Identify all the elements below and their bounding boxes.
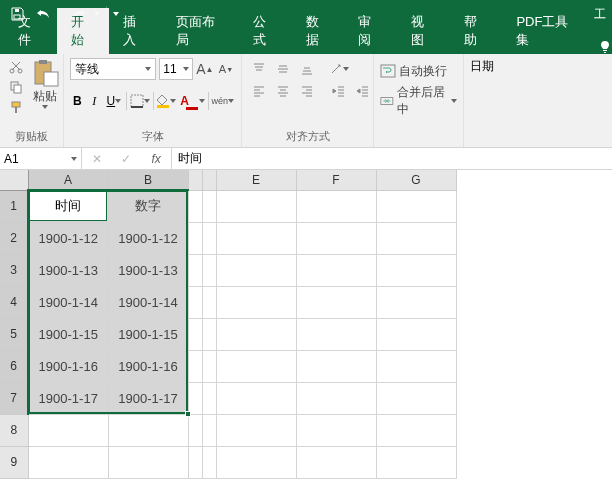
cell[interactable] bbox=[108, 414, 188, 446]
cell[interactable]: 时间 bbox=[28, 190, 108, 222]
cell[interactable] bbox=[376, 318, 456, 350]
cell[interactable] bbox=[376, 446, 456, 478]
align-left-button[interactable] bbox=[248, 80, 270, 102]
cell[interactable] bbox=[202, 254, 216, 286]
col-header[interactable] bbox=[188, 170, 202, 190]
format-painter-button[interactable] bbox=[6, 98, 26, 116]
cell[interactable] bbox=[296, 190, 376, 222]
cell[interactable]: 1900-1-15 bbox=[108, 318, 188, 350]
cut-button[interactable] bbox=[6, 58, 26, 76]
cell[interactable] bbox=[376, 382, 456, 414]
cell[interactable] bbox=[376, 414, 456, 446]
col-header[interactable]: F bbox=[296, 170, 376, 190]
cell[interactable] bbox=[296, 446, 376, 478]
cell[interactable] bbox=[188, 350, 202, 382]
align-middle-button[interactable] bbox=[272, 58, 294, 80]
cell[interactable]: 1900-1-16 bbox=[108, 350, 188, 382]
cell[interactable]: 1900-1-13 bbox=[28, 254, 108, 286]
cell[interactable]: 1900-1-12 bbox=[28, 222, 108, 254]
row-header[interactable]: 6 bbox=[0, 350, 28, 382]
cell[interactable] bbox=[188, 190, 202, 222]
tab-formulas[interactable]: 公式 bbox=[239, 8, 292, 54]
cell[interactable] bbox=[376, 222, 456, 254]
col-header[interactable]: A bbox=[28, 170, 108, 190]
cell[interactable] bbox=[296, 414, 376, 446]
paste-button[interactable]: 粘贴 bbox=[30, 58, 60, 129]
cell[interactable]: 数字 bbox=[108, 190, 188, 222]
number-format-select[interactable]: 日期 bbox=[470, 58, 514, 75]
tab-review[interactable]: 审阅 bbox=[344, 8, 397, 54]
col-header[interactable] bbox=[202, 170, 216, 190]
cell[interactable] bbox=[28, 414, 108, 446]
row-header[interactable]: 5 bbox=[0, 318, 28, 350]
fx-button[interactable]: fx bbox=[146, 152, 166, 166]
redo-button[interactable] bbox=[68, 3, 90, 25]
cell[interactable] bbox=[216, 222, 296, 254]
row-header[interactable]: 7 bbox=[0, 382, 28, 414]
cell[interactable]: 1900-1-14 bbox=[108, 286, 188, 318]
font-name-select[interactable]: 等线 bbox=[70, 58, 156, 80]
cell[interactable] bbox=[108, 446, 188, 478]
cell[interactable] bbox=[188, 222, 202, 254]
select-all-corner[interactable] bbox=[0, 170, 28, 190]
cell[interactable] bbox=[296, 382, 376, 414]
cell[interactable] bbox=[28, 446, 108, 478]
increase-indent-button[interactable] bbox=[352, 80, 374, 102]
tab-layout[interactable]: 页面布局 bbox=[162, 8, 239, 54]
font-color-button[interactable]: A bbox=[179, 90, 206, 112]
col-header[interactable]: G bbox=[376, 170, 456, 190]
italic-button[interactable]: I bbox=[87, 90, 102, 112]
spreadsheet-grid[interactable]: ABEFG1时间数字21900-1-121900-1-1231900-1-131… bbox=[0, 170, 612, 479]
tab-pdf[interactable]: PDF工具集 bbox=[502, 8, 592, 54]
cell[interactable]: 1900-1-15 bbox=[28, 318, 108, 350]
col-header[interactable]: E bbox=[216, 170, 296, 190]
font-size-select[interactable]: 11 bbox=[159, 58, 192, 80]
cancel-formula-button[interactable]: ✕ bbox=[87, 152, 107, 166]
cell[interactable] bbox=[376, 350, 456, 382]
cell[interactable] bbox=[296, 350, 376, 382]
tab-insert[interactable]: 插入 bbox=[109, 8, 162, 54]
tell-me-icon[interactable] bbox=[598, 40, 612, 54]
cell[interactable] bbox=[188, 286, 202, 318]
cell[interactable] bbox=[216, 350, 296, 382]
cell[interactable] bbox=[376, 254, 456, 286]
increase-font-button[interactable]: A▲ bbox=[196, 58, 214, 80]
bold-button[interactable]: B bbox=[70, 90, 85, 112]
cell[interactable] bbox=[216, 254, 296, 286]
align-right-button[interactable] bbox=[296, 80, 318, 102]
cell[interactable] bbox=[296, 286, 376, 318]
tab-file[interactable]: 文件 bbox=[4, 8, 57, 54]
cell[interactable] bbox=[216, 446, 296, 478]
tab-view[interactable]: 视图 bbox=[397, 8, 450, 54]
formula-input[interactable]: 时间 bbox=[172, 148, 612, 169]
cell[interactable] bbox=[202, 190, 216, 222]
col-header[interactable]: B bbox=[108, 170, 188, 190]
cell[interactable]: 1900-1-16 bbox=[28, 350, 108, 382]
orientation-button[interactable] bbox=[328, 58, 350, 80]
decrease-font-button[interactable]: A▼ bbox=[217, 58, 235, 80]
cell[interactable] bbox=[202, 286, 216, 318]
row-header[interactable]: 3 bbox=[0, 254, 28, 286]
cell[interactable] bbox=[296, 222, 376, 254]
tab-help[interactable]: 帮助 bbox=[450, 8, 503, 54]
cell[interactable] bbox=[296, 254, 376, 286]
cell[interactable]: 1900-1-17 bbox=[108, 382, 188, 414]
cell[interactable] bbox=[216, 414, 296, 446]
row-header[interactable]: 8 bbox=[0, 414, 28, 446]
merge-center-button[interactable]: 合并后居中 bbox=[380, 88, 457, 114]
cell[interactable]: 1900-1-14 bbox=[28, 286, 108, 318]
copy-button[interactable] bbox=[6, 78, 26, 96]
cell[interactable] bbox=[202, 350, 216, 382]
phonetic-button[interactable]: wén bbox=[210, 90, 235, 112]
cell[interactable] bbox=[188, 382, 202, 414]
cell[interactable] bbox=[202, 318, 216, 350]
row-header[interactable]: 2 bbox=[0, 222, 28, 254]
align-bottom-button[interactable] bbox=[296, 58, 318, 80]
wrap-text-button[interactable]: 自动换行 bbox=[380, 58, 457, 84]
cell[interactable] bbox=[216, 382, 296, 414]
fill-color-button[interactable] bbox=[155, 90, 177, 112]
cell[interactable] bbox=[216, 190, 296, 222]
decrease-indent-button[interactable] bbox=[328, 80, 350, 102]
cell[interactable]: 1900-1-12 bbox=[108, 222, 188, 254]
cell[interactable] bbox=[216, 318, 296, 350]
